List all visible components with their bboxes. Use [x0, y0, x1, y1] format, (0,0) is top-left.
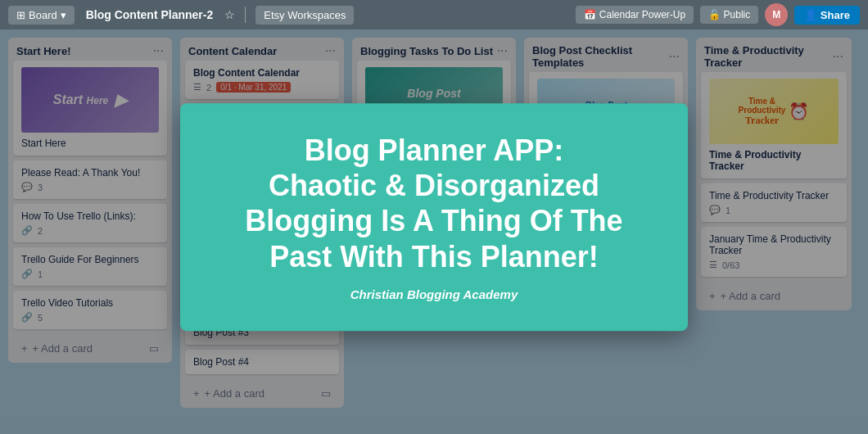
- card-meta: 🔗 1: [21, 269, 159, 279]
- card-text: Trello Video Tutorials: [21, 297, 159, 309]
- checklist-count: 0/63: [722, 260, 739, 270]
- column-title: Time & Productivity Tracker: [704, 44, 833, 69]
- checklist-icon: ☰: [193, 82, 201, 93]
- card-feb-4[interactable]: Blog Post #4: [185, 350, 339, 374]
- tracker-title: Time & Productivity Tracker: [709, 149, 839, 172]
- column-title: Blog Post Checklist Templates: [532, 44, 669, 69]
- card-jan-tracker[interactable]: January Time & Productivity Tracker ☰ 0/…: [701, 227, 847, 277]
- start-card-text: Start Here: [21, 138, 159, 149]
- share-button[interactable]: 👤 Share: [794, 6, 860, 25]
- card-meta: ☰ 0/63: [709, 260, 839, 270]
- link-count: 5: [38, 313, 43, 323]
- column-cards: Time &ProductivityTracker ⏰ Time & Produ…: [696, 72, 852, 282]
- card-text: Trello Guide For Beginners: [21, 254, 159, 265]
- column-start-here: Start Here! ··· Start Here ▶ Start Here …: [8, 38, 172, 363]
- link-count: 2: [38, 226, 43, 236]
- grid-icon: ⊞: [16, 9, 25, 21]
- card-meta: 💬 1: [709, 205, 839, 215]
- column-title: Blogging Tasks To Do List: [360, 45, 493, 57]
- card-how-to-use[interactable]: How To Use Trello (Links): 🔗 2: [13, 204, 167, 242]
- center-popup: Blog Planner APP: Chaotic & Disorganized…: [180, 103, 688, 331]
- card-please-read[interactable]: Please Read: A Thank You! 💬 3: [13, 160, 167, 199]
- plus-icon: +: [21, 342, 28, 355]
- clock-icon: ⏰: [789, 102, 809, 121]
- workspace-button[interactable]: Etsy Workspaces: [255, 6, 354, 25]
- column-menu-button[interactable]: ···: [153, 44, 164, 57]
- column-time-productivity: Time & Productivity Tracker ··· Time &Pr…: [696, 38, 852, 310]
- column-menu-button[interactable]: ···: [669, 50, 680, 63]
- column-header: Start Here! ···: [8, 38, 172, 61]
- card-trello-video[interactable]: Trello Video Tutorials 🔗 5: [13, 291, 167, 329]
- column-menu-button[interactable]: ···: [833, 50, 843, 63]
- card-time-productivity-tracker[interactable]: Time & Productivity Tracker 💬 1: [701, 183, 847, 222]
- card-start-cover[interactable]: Start Here ▶ Start Here: [13, 61, 167, 156]
- link-icon: 🔗: [21, 312, 33, 323]
- comment-count: 3: [38, 183, 43, 192]
- column-header: Blogging Tasks To Do List ···: [352, 38, 516, 61]
- avatar[interactable]: M: [765, 3, 788, 26]
- board-title: Blog Content Planner-2: [81, 8, 219, 21]
- visibility-button[interactable]: 🔓 Public: [700, 6, 758, 24]
- column-header: Time & Productivity Tracker ···: [696, 38, 852, 72]
- person-add-icon: 👤: [804, 9, 817, 21]
- column-cards: Start Here ▶ Start Here Please Read: A T…: [8, 61, 172, 334]
- star-icon[interactable]: ☆: [224, 8, 235, 21]
- card-text: Please Read: A Thank You!: [21, 167, 159, 179]
- column-title: Content Calendar: [188, 45, 277, 57]
- nav-divider: [245, 7, 246, 23]
- top-nav: ⊞ Board ▾ Blog Content Planner-2 ☆ Etsy …: [0, 0, 868, 29]
- comment-icon: 💬: [21, 182, 33, 192]
- column-menu-button[interactable]: ···: [497, 44, 508, 57]
- plus-icon: +: [193, 387, 200, 400]
- link-icon: 🔗: [21, 225, 33, 236]
- date-badge: 0/1 · Mar 31, 2021: [216, 82, 291, 93]
- card-productivity-cover[interactable]: Time &ProductivityTracker ⏰ Time & Produ…: [701, 72, 847, 179]
- column-menu-button[interactable]: ···: [325, 44, 336, 57]
- card-text: How To Use Trello (Links):: [21, 210, 159, 222]
- card-meta: 💬 3: [21, 182, 159, 192]
- checklist-count: 2: [206, 83, 211, 93]
- link-icon: 🔗: [21, 269, 33, 279]
- card-blog-content-calendar[interactable]: Blog Content Calendar ☰ 2 0/1 · Mar 31, …: [185, 61, 339, 99]
- nav-right-section: 📅 Calendar Power-Up 🔓 Public M 👤 Share: [576, 3, 860, 26]
- comment-icon: 💬: [709, 205, 721, 215]
- card-title: Blog Content Calendar: [193, 67, 331, 79]
- card-trello-guide[interactable]: Trello Guide For Beginners 🔗 1: [13, 247, 167, 286]
- add-card-button[interactable]: + + Add a card: [701, 285, 847, 307]
- add-card-button[interactable]: + + Add a card ▭: [185, 382, 339, 405]
- popup-title: Blog Planner APP: Chaotic & Disorganized…: [219, 133, 649, 274]
- column-header: Content Calendar ···: [180, 38, 344, 61]
- comment-count: 1: [726, 206, 730, 215]
- column-header: Blog Post Checklist Templates ···: [524, 38, 688, 72]
- card-meta: 🔗 2: [21, 225, 159, 236]
- card-meta: 🔗 5: [21, 312, 159, 323]
- plus-icon: +: [709, 290, 716, 302]
- link-count: 1: [38, 269, 43, 279]
- chevron-down-icon: ▾: [61, 9, 66, 21]
- tracker-cover-image: Time &ProductivityTracker ⏰: [709, 79, 839, 144]
- popup-subtitle: Christian Blogging Academy: [219, 287, 649, 301]
- board-button[interactable]: ⊞ Board ▾: [8, 6, 75, 25]
- column-title: Start Here!: [16, 45, 70, 57]
- lock-open-icon: 🔓: [708, 9, 721, 20]
- checklist-icon: ☰: [709, 260, 717, 270]
- card-meta: ☰ 2 0/1 · Mar 31, 2021: [193, 82, 331, 93]
- card-template-icon: ▭: [321, 387, 331, 400]
- card-template-icon: ▭: [149, 342, 159, 355]
- calendar-icon: 📅: [584, 9, 596, 20]
- add-card-button[interactable]: + + Add a card ▭: [13, 337, 167, 359]
- calendar-button[interactable]: 📅 Calendar Power-Up: [576, 6, 694, 24]
- start-cover-image: Start Here ▶: [21, 67, 159, 133]
